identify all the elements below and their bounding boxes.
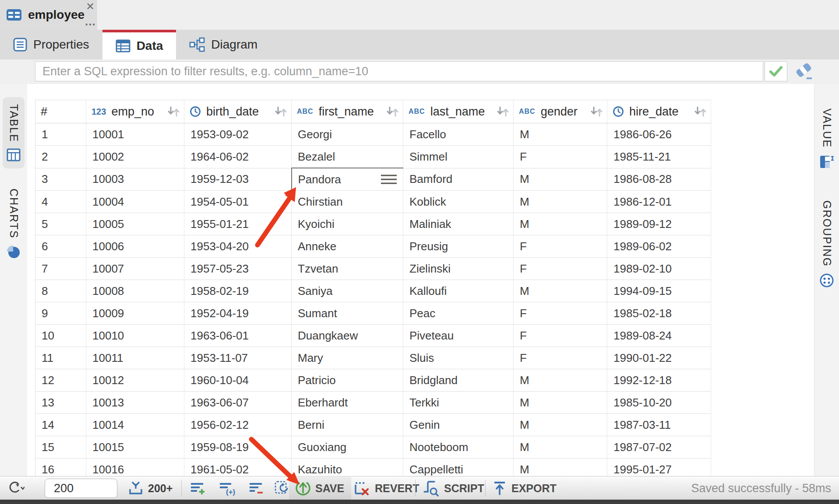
cell[interactable]: 1986-12-01: [607, 191, 711, 213]
cell[interactable]: 10013: [86, 392, 184, 414]
cell[interactable]: M: [514, 369, 607, 392]
sort-icon[interactable]: [166, 105, 180, 118]
cell[interactable]: Chirstian: [292, 191, 403, 213]
cell[interactable]: 1994-09-15: [607, 280, 711, 302]
cell[interactable]: 1952-04-19: [184, 302, 292, 325]
script-button[interactable]: SCRIPT: [422, 476, 484, 500]
panel-tab-charts[interactable]: CHARTS: [3, 182, 25, 266]
row-number-cell[interactable]: 8: [35, 280, 86, 302]
cell[interactable]: Nooteboom: [403, 436, 514, 458]
cell[interactable]: M: [514, 414, 607, 436]
selected-cell[interactable]: Pandora: [292, 168, 403, 191]
cell[interactable]: Mary: [292, 347, 403, 369]
cell[interactable]: M: [514, 123, 607, 146]
fetch-size-input[interactable]: [45, 479, 117, 498]
apply-filter-button[interactable]: [765, 61, 787, 81]
row-number-cell[interactable]: 4: [35, 191, 86, 213]
cell[interactable]: 1953-04-20: [184, 235, 292, 258]
row-number-cell[interactable]: 6: [35, 235, 86, 258]
cell[interactable]: M: [514, 436, 607, 458]
cell[interactable]: Patricio: [292, 369, 403, 392]
cell[interactable]: 1960-10-04: [184, 369, 292, 392]
column-header-last_name[interactable]: ABClast_name: [403, 100, 514, 123]
add-row-button[interactable]: [189, 476, 207, 500]
duplicate-row-button[interactable]: (+): [218, 476, 237, 500]
cell[interactable]: M: [514, 280, 607, 302]
delete-row-button[interactable]: [248, 476, 265, 500]
cell[interactable]: Piveteau: [403, 325, 514, 347]
cell[interactable]: 1955-01-21: [184, 213, 292, 235]
close-icon[interactable]: ✕: [86, 1, 95, 12]
save-button[interactable]: SAVE: [295, 476, 344, 500]
cell[interactable]: F: [514, 347, 607, 369]
editor-tab-employee[interactable]: employee ✕ ...: [0, 0, 97, 30]
cell[interactable]: 1956-02-12: [184, 414, 292, 436]
tab-diagram[interactable]: Diagram: [176, 30, 271, 60]
cell[interactable]: 10008: [86, 280, 184, 302]
row-number-cell[interactable]: 11: [35, 347, 86, 369]
cell[interactable]: Bridgland: [403, 369, 514, 392]
cell[interactable]: 1959-12-03: [184, 168, 292, 191]
column-header-birth_date[interactable]: birth_date: [184, 100, 292, 123]
sort-icon[interactable]: [274, 105, 288, 118]
panel-tab-table[interactable]: TABLE: [3, 97, 25, 168]
cell[interactable]: 1964-06-02: [184, 146, 292, 168]
cell[interactable]: 10006: [86, 235, 184, 258]
row-number-cell[interactable]: 7: [35, 258, 86, 280]
cell[interactable]: 10005: [86, 213, 184, 235]
export-button[interactable]: EXPORT: [492, 476, 557, 500]
cell[interactable]: 1954-05-01: [184, 191, 292, 213]
panel-tab-value[interactable]: VALUE: [817, 102, 836, 176]
cell[interactable]: Kalloufi: [403, 280, 514, 302]
row-number-cell[interactable]: 2: [35, 146, 86, 168]
cell[interactable]: Kazuhito: [292, 458, 403, 476]
cell[interactable]: 1989-02-10: [607, 258, 711, 280]
cell[interactable]: 1989-06-02: [607, 235, 711, 258]
cell[interactable]: M: [514, 213, 607, 235]
tab-overflow-icon[interactable]: ...: [85, 15, 96, 28]
cell[interactable]: 1957-05-23: [184, 258, 292, 280]
cell[interactable]: Guoxiang: [292, 436, 403, 458]
cell[interactable]: 10016: [86, 458, 184, 476]
cell[interactable]: 10003: [86, 168, 184, 191]
cell[interactable]: 1986-08-28: [607, 168, 711, 191]
cell[interactable]: 1959-08-19: [184, 436, 292, 458]
cell[interactable]: M: [514, 168, 607, 191]
column-header-emp_no[interactable]: 123emp_no: [86, 100, 184, 123]
row-number-cell[interactable]: 13: [35, 392, 86, 414]
cell[interactable]: 1985-11-21: [607, 146, 711, 168]
cell-menu-icon[interactable]: [381, 175, 397, 184]
cell[interactable]: 10009: [86, 302, 184, 325]
cell[interactable]: 1958-02-19: [184, 280, 292, 302]
row-number-cell[interactable]: 16: [35, 458, 86, 476]
row-number-cell[interactable]: 9: [35, 302, 86, 325]
panel-tab-grouping[interactable]: GROUPING: [817, 193, 836, 295]
cell[interactable]: Sluis: [403, 347, 514, 369]
cell[interactable]: 10014: [86, 414, 184, 436]
cell[interactable]: F: [514, 302, 607, 325]
cell[interactable]: Preusig: [403, 235, 514, 258]
cell[interactable]: Genin: [403, 414, 514, 436]
sort-icon[interactable]: [385, 105, 399, 118]
cell[interactable]: 10004: [86, 191, 184, 213]
cell[interactable]: 10007: [86, 258, 184, 280]
cell[interactable]: 1995-01-27: [607, 458, 711, 476]
cell[interactable]: 1986-06-26: [607, 123, 711, 146]
row-number-cell[interactable]: 5: [35, 213, 86, 235]
cell[interactable]: 1987-03-11: [607, 414, 711, 436]
cell[interactable]: Eberhardt: [292, 392, 403, 414]
cell[interactable]: Cappelletti: [403, 458, 514, 476]
row-number-cell[interactable]: 14: [35, 414, 86, 436]
sort-icon[interactable]: [589, 105, 603, 118]
cell[interactable]: Zielinski: [403, 258, 514, 280]
cell[interactable]: 1989-09-12: [607, 213, 711, 235]
column-header-first_name[interactable]: ABCfirst_name: [292, 100, 403, 123]
cell[interactable]: 1953-09-02: [184, 123, 292, 146]
row-number-cell[interactable]: 15: [35, 436, 86, 458]
row-number-header[interactable]: #: [35, 100, 86, 123]
column-header-hire_date[interactable]: hire_date: [607, 100, 711, 123]
cell[interactable]: 10010: [86, 325, 184, 347]
cell[interactable]: 1990-01-22: [607, 347, 711, 369]
cell[interactable]: M: [514, 458, 607, 476]
cell[interactable]: F: [514, 146, 607, 168]
